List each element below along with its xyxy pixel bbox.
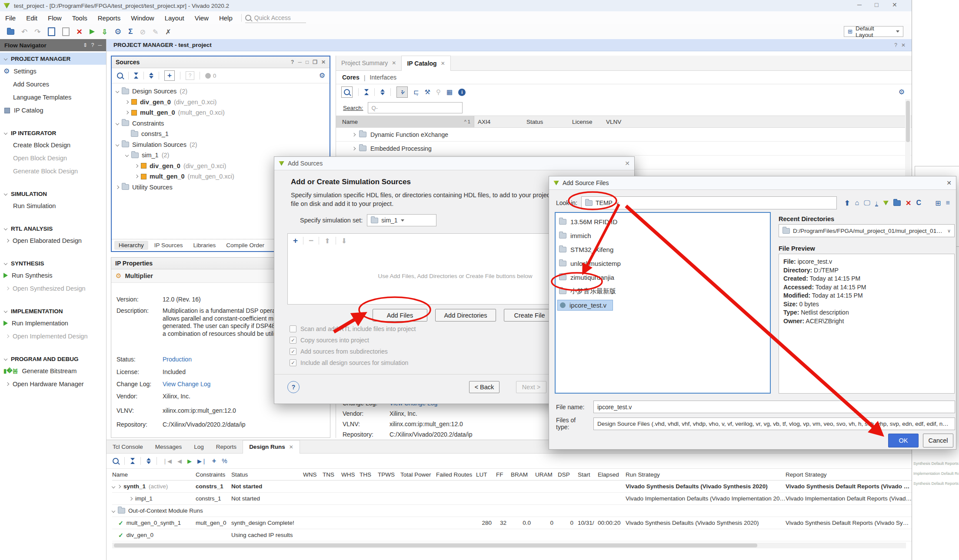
sum-icon[interactable]: Σ (128, 27, 133, 36)
recent-directories-selector[interactable]: D:/ProgramFiles/FPGA/mul_project_01/mul_… (779, 224, 955, 237)
file-item[interactable]: 小梦音乐最新版 (556, 284, 770, 298)
wrench-icon[interactable]: ⚒ (425, 88, 430, 96)
open-project-icon[interactable] (7, 29, 14, 35)
section-implementation[interactable]: IMPLEMENTATION (0, 305, 106, 317)
minimize-panel-icon[interactable]: ─ (298, 59, 302, 65)
maximize-panel-icon[interactable]: □ (306, 59, 309, 65)
maximize-button[interactable]: □ (875, 1, 878, 8)
file-item[interactable]: zimutiquruanjia (556, 270, 770, 284)
expand-all-icon[interactable] (149, 73, 153, 79)
file-name-input[interactable]: ipcore_test.v (593, 401, 955, 413)
desktop-icon[interactable]: 🖵 (864, 199, 870, 207)
cancel-button[interactable]: Cancel (923, 434, 953, 447)
collapse-all-icon[interactable] (364, 89, 369, 95)
redo-icon[interactable]: ↷ (34, 27, 40, 36)
nav-item-run-implementation[interactable]: Run Implementation (0, 317, 106, 330)
grid-view-icon[interactable]: ⊞ (935, 199, 941, 207)
tab-reports[interactable]: Reports (210, 444, 243, 450)
search-icon[interactable] (117, 73, 123, 79)
col-wns[interactable]: WNS (303, 471, 323, 478)
chip-icon[interactable]: ▦ (446, 88, 453, 96)
checkbox-include-design-sources[interactable]: ✓ (290, 359, 296, 366)
col-ff[interactable]: FF (496, 471, 511, 478)
look-in-selector[interactable]: TEMP ∨ (581, 196, 837, 209)
refresh-icon[interactable]: C (916, 199, 922, 207)
ok-button[interactable]: OK (888, 434, 919, 447)
panel-gear-icon[interactable]: ⚙ (899, 89, 905, 96)
add-directories-button[interactable]: Add Directories (435, 309, 496, 321)
nav-item-run-synthesis[interactable]: Run Synthesis (0, 269, 106, 282)
col-total-power[interactable]: Total Power (400, 471, 436, 478)
vivado-home-icon[interactable] (883, 201, 889, 205)
nav-item-open-hardware-manager[interactable]: Open Hardware Manager (0, 378, 106, 391)
section-project-manager[interactable]: PROJECT MANAGER (0, 53, 106, 65)
new-folder-icon[interactable] (893, 200, 901, 206)
menu-tools[interactable]: Tools (67, 14, 93, 22)
tab-project-summary[interactable]: Project Summary ✕ (336, 56, 401, 70)
col-bram[interactable]: BRAM (511, 471, 535, 478)
list-view-icon[interactable]: ≡ (946, 199, 949, 207)
files-of-type-selector[interactable]: Design Source Files (.vhd, vhdl, vhf, vh… (593, 418, 955, 430)
chevron-right-icon[interactable] (352, 133, 356, 136)
run-selected-icon[interactable]: ▶ (187, 458, 192, 464)
close-icon[interactable]: ✕ (901, 42, 906, 48)
tab-hierarchy[interactable]: Hierarchy (114, 241, 148, 250)
info-icon[interactable]: i (458, 89, 466, 96)
close-panel-icon[interactable]: ✕ (321, 59, 326, 65)
nav-item-language-templates[interactable]: Language Templates (0, 91, 106, 104)
checkbox-add-subdirectories[interactable]: ✓ (290, 348, 296, 355)
section-rtl-analysis[interactable]: RTL ANALYSIS (0, 223, 106, 234)
settings-icon[interactable]: ⚙ (114, 28, 121, 36)
menu-reports[interactable]: Reports (93, 14, 126, 22)
section-simulation[interactable]: SIMULATION (0, 188, 106, 199)
col-tpws[interactable]: TPWS (378, 471, 400, 478)
column-status[interactable]: Status (526, 119, 572, 125)
back-button[interactable]: < Back (469, 381, 499, 393)
create-file-button[interactable]: Create File (504, 309, 555, 321)
tree-item-div-gen[interactable]: div_gen_0 (div_gen_0.xci) (116, 97, 330, 108)
menu-help[interactable]: Help (214, 14, 238, 22)
tab-libraries[interactable]: Libraries (189, 241, 220, 250)
tab-ip-catalog[interactable]: IP Catalog ✕ (401, 56, 450, 71)
paste-icon[interactable] (62, 27, 70, 36)
up-directory-icon[interactable]: ⬆ (844, 199, 850, 207)
close-tab-icon[interactable]: ✕ (289, 444, 293, 450)
filter-icon[interactable]: ᶻ̷ (396, 86, 408, 98)
collapse-all-icon[interactable] (130, 458, 135, 464)
nav-item-create-block-design[interactable]: Create Block Design (0, 139, 106, 152)
expand-all-icon[interactable] (147, 458, 151, 464)
search-icon[interactable] (113, 458, 119, 464)
menu-flow[interactable]: Flow (43, 14, 67, 22)
undo-icon[interactable]: ↶ (21, 27, 27, 36)
close-tab-icon[interactable]: ✕ (392, 60, 396, 66)
minimize-panel-icon[interactable]: ─ (98, 42, 102, 48)
minimize-button[interactable]: ─ (857, 1, 862, 8)
collapse-all-icon[interactable] (134, 73, 138, 79)
file-item[interactable]: immich (556, 229, 770, 242)
sim-set-selector[interactable]: sim_1 (367, 214, 436, 226)
section-synthesis[interactable]: SYNTHESIS (0, 258, 106, 269)
col-dsp[interactable]: DSP (558, 471, 578, 478)
downloads-icon[interactable]: ↓ (875, 200, 879, 206)
quick-access-input[interactable]: Quick Access (245, 13, 306, 23)
run-row-div-gen[interactable]: ✓div_gen_0 Using cached IP results (112, 529, 912, 541)
nav-item-run-simulation[interactable]: Run Simulation (0, 199, 106, 212)
delete-icon[interactable]: ✕ (77, 27, 83, 36)
help-icon[interactable]: ? (91, 42, 94, 48)
col-uram[interactable]: URAM (535, 471, 558, 478)
tree-item-design-sources[interactable]: Design Sources (2) (116, 86, 330, 97)
delete-icon[interactable]: ✕ (906, 199, 911, 207)
add-icon[interactable]: + (293, 236, 298, 245)
chevron-right-icon[interactable] (352, 146, 356, 150)
run-group-ooc[interactable]: Out-of-Context Module Runs (112, 505, 912, 517)
menu-file[interactable]: File (0, 14, 21, 22)
col-run-strategy[interactable]: Run Strategy (626, 471, 786, 478)
col-lut[interactable]: LUT (476, 471, 496, 478)
file-browser-list[interactable]: 13.56M RFID ID immich STM32_Xifeng unloc… (555, 212, 771, 394)
run-icon[interactable] (90, 29, 95, 34)
checkbox-copy-sources[interactable]: ✓ (290, 337, 296, 344)
step-icon[interactable]: ⇩ (102, 28, 107, 36)
skip-icon[interactable]: ▶❘ (197, 458, 206, 464)
close-button[interactable]: ✕ (892, 1, 897, 8)
help-icon[interactable]: ? (291, 59, 294, 65)
